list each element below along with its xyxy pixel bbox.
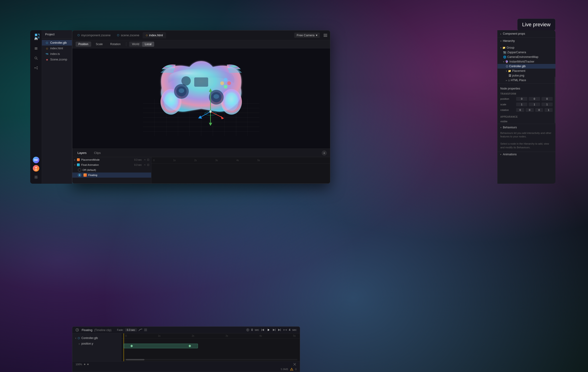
file-item-zcomp[interactable]: ◈ Scene.zcomp xyxy=(42,57,72,62)
scrollbar xyxy=(555,77,556,123)
scale-y[interactable]: 1 xyxy=(529,103,540,106)
radio-off[interactable] xyxy=(78,168,81,172)
component-props-label: Component props xyxy=(503,32,525,35)
pos-x[interactable]: 0 xyxy=(516,97,527,101)
envmap-icon: 🌐 xyxy=(503,56,506,59)
htmlplace-chevron: ▸ xyxy=(506,79,507,82)
svg-point-7 xyxy=(37,68,38,69)
camera-selector[interactable]: Free Camera ▾ xyxy=(294,32,320,38)
skip-start-btn[interactable] xyxy=(261,328,265,332)
end-time-value: 4 xyxy=(289,328,291,331)
nav-search-btn[interactable] xyxy=(32,54,40,62)
local-btn[interactable]: Local xyxy=(142,41,154,47)
clip-tree-controller[interactable]: ▾ ⬡ Controller.glb xyxy=(72,335,121,341)
step-forward-btn[interactable] xyxy=(272,328,276,332)
animations-header[interactable]: ▸ Animations xyxy=(500,153,553,156)
clip-header: Floating (Timeline clip) Fade: 0.3 sec xyxy=(72,327,300,333)
camera-label: ZapparCamera xyxy=(507,51,526,54)
svg-line-4 xyxy=(37,59,37,60)
tree-item-placement[interactable]: ▾ 📁 Placement xyxy=(497,69,556,73)
panel-tabs-header: Layers Clips + xyxy=(72,149,330,157)
zoom-dot-right[interactable] xyxy=(87,364,89,365)
radio-floating[interactable] xyxy=(78,174,81,177)
zoom-controls: 100% xyxy=(76,363,89,366)
camera-label: Free Camera xyxy=(296,33,315,37)
file-item-ts[interactable]: TS index.ts xyxy=(42,51,72,57)
clip-tree-position[interactable]: ▸ position.y xyxy=(72,341,121,346)
node-props-title: Node properties xyxy=(497,86,556,92)
clip-timeline-track: 0 1s 2s 3s 4s 5s xyxy=(121,333,300,361)
rot-z[interactable]: 0 xyxy=(535,108,543,112)
skip-end-btn[interactable] xyxy=(278,328,282,332)
right-panel: ▸ Component props ▾ Hierarchy ▾ 📁 Group … xyxy=(497,30,556,184)
svg-marker-48 xyxy=(221,116,224,119)
play-btn[interactable] xyxy=(267,328,270,332)
hierarchy-label: Hierarchy xyxy=(503,39,515,42)
warning-icon xyxy=(290,368,293,371)
user-avatar-2[interactable] xyxy=(33,165,39,172)
toolbar-divider xyxy=(126,42,126,46)
viewport-toolbar: Position Scale Rotation World Local xyxy=(72,40,330,48)
appearance-label: APPEARANCE xyxy=(497,115,556,119)
tab-mycomponent[interactable]: ⬡ mycomponent.zscene xyxy=(74,32,114,38)
tree-item-camera[interactable]: 📷 ZapparCamera xyxy=(497,50,556,55)
pos-z[interactable]: 0 xyxy=(541,97,553,101)
pos-y[interactable]: 0 xyxy=(529,97,540,101)
scale-x[interactable]: 1 xyxy=(516,103,527,106)
svg-rect-0 xyxy=(35,47,37,48)
svg-marker-64 xyxy=(262,329,264,331)
bottom-panel: Layers Clips + ▸ PlacementMode 0.3 sec ≈… xyxy=(72,149,330,184)
file-icon-glb: ⬡ xyxy=(45,41,49,44)
rot-x[interactable]: 0 xyxy=(516,108,524,112)
rotation-values: 0 0 0 1 xyxy=(516,108,553,112)
tree-item-tracker[interactable]: ▾ 🔮 InstantWorldTracker xyxy=(497,59,556,64)
memory-label: 5.9MB xyxy=(281,368,288,371)
nav-layers-btn[interactable] xyxy=(32,45,40,52)
rot-y[interactable]: 0 xyxy=(526,108,534,112)
world-btn[interactable]: World xyxy=(129,41,142,47)
timeline-scrollbar-thumb[interactable] xyxy=(126,359,145,360)
scale-z[interactable]: 1 xyxy=(541,103,553,106)
svg-line-8 xyxy=(35,67,37,68)
pos-y-track-bar[interactable] xyxy=(124,344,198,348)
svg-point-11 xyxy=(35,169,37,171)
svg-point-25 xyxy=(224,78,228,82)
pulse-label: pulse.png xyxy=(512,74,524,77)
position-btn[interactable]: Position xyxy=(76,41,91,47)
tree-item-envmap[interactable]: 🌐 CameraEnvironmentMap xyxy=(497,55,556,59)
nav-settings-btn[interactable] xyxy=(32,174,40,181)
tree-item-htmlplace[interactable]: ▸ ◇ HTML Place xyxy=(497,78,556,83)
pulse-icon: 🖼 xyxy=(509,74,511,77)
fade-value[interactable]: 0.3 sec xyxy=(125,328,137,331)
hamburger-menu[interactable] xyxy=(323,33,328,38)
tab-html[interactable]: ◇ index.html xyxy=(143,32,166,38)
rotation-btn[interactable]: Rotation xyxy=(107,41,124,47)
file-item-controller[interactable]: ⬡ Controller.glb xyxy=(42,40,72,46)
nav-graph-btn[interactable] xyxy=(32,64,40,72)
layers-tab[interactable]: Layers xyxy=(76,150,88,155)
tree-item-controller[interactable]: ⬡ Controller.glb xyxy=(497,64,556,69)
clips-tab[interactable]: Clips xyxy=(92,150,103,155)
user-avatar-1[interactable]: BM xyxy=(33,157,39,163)
close-clip-btn[interactable] xyxy=(293,362,296,366)
behaviours-header[interactable]: ▾ Behaviours xyxy=(500,125,553,130)
layer-time-float: 0.3 sec xyxy=(134,164,142,166)
rot-w[interactable]: 1 xyxy=(545,108,553,112)
tree-item-group[interactable]: ▾ 📁 Group xyxy=(497,45,556,50)
zoom-dot-left[interactable] xyxy=(84,364,85,365)
rotation-row: rotation 0 0 0 1 xyxy=(497,107,556,113)
svg-point-23 xyxy=(181,76,191,86)
envmap-label: CameraEnvironmentMap xyxy=(507,55,538,59)
tree-item-pulse[interactable]: 🖼 pulse.png xyxy=(497,73,556,78)
tab-label-html: index.html xyxy=(149,33,163,37)
file-item-html[interactable]: ◇ index.html xyxy=(42,46,72,51)
add-layer-btn[interactable]: + xyxy=(322,150,327,155)
tab-scene[interactable]: ⬡ scene.zscene xyxy=(114,32,143,38)
behaviours-chevron: ▾ xyxy=(500,126,502,129)
component-props-header[interactable]: ▸ Component props xyxy=(497,30,556,37)
layer-row-off: Off (default) xyxy=(72,167,151,173)
svg-rect-28 xyxy=(194,77,208,87)
hierarchy-header[interactable]: ▾ Hierarchy xyxy=(497,37,556,44)
scale-btn[interactable]: Scale xyxy=(93,41,105,47)
file-name-controller: Controller.glb xyxy=(50,41,67,44)
